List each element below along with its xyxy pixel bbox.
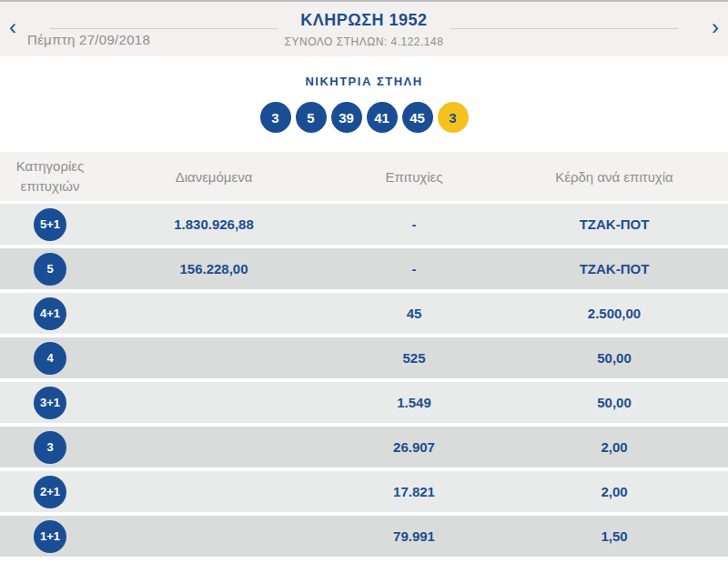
draw-header: ‹ Πέμπτη 27/09/2018 ΚΛΗΡΩΣΗ 1952 ΣΥΝΟΛΟ … bbox=[0, 0, 728, 56]
winning-number-ball: 39 bbox=[331, 102, 362, 133]
winners-cell: - bbox=[328, 261, 500, 276]
header-prize-per-winner: Κέρδη ανά επιτυχία bbox=[500, 169, 728, 185]
prize-cell: 2.500,00 bbox=[500, 306, 728, 321]
distributed-cell: 156.228,00 bbox=[100, 261, 328, 276]
category-badge: 1+1 bbox=[34, 520, 66, 553]
table-row: 2+1 17.821 2,00 bbox=[0, 471, 728, 512]
winning-number-ball: 5 bbox=[296, 102, 327, 133]
prize-cell: 2,00 bbox=[500, 439, 728, 455]
table-row: 3+1 1.549 50,00 bbox=[0, 382, 728, 423]
prize-cell: 50,00 bbox=[500, 395, 728, 410]
winning-number-ball: 41 bbox=[367, 102, 398, 133]
total-columns-label: ΣΥΝΟΛΟ ΣΤΗΛΩΝ: 4.122.148 bbox=[0, 35, 728, 48]
winners-cell: 26.907 bbox=[328, 439, 500, 455]
category-badge: 5 bbox=[34, 253, 66, 286]
header-winners: Επιτυχίες bbox=[328, 169, 500, 185]
header-divider-right bbox=[450, 28, 678, 29]
winners-cell: 525 bbox=[328, 350, 500, 366]
winners-cell: 1.549 bbox=[328, 395, 500, 410]
prize-cell: ΤΖΑΚ-ΠΟΤ bbox=[500, 261, 728, 276]
draw-title: ΚΛΗΡΩΣΗ 1952 bbox=[0, 11, 728, 30]
table-row: 5+1 1.830.926,88 - ΤΖΑΚ-ΠΟΤ bbox=[0, 204, 728, 245]
winning-column-label: ΝΙΚΗΤΡΙΑ ΣΤΗΛΗ bbox=[0, 75, 728, 88]
winning-numbers: 3 5 39 41 45 3 bbox=[0, 102, 728, 133]
table-row: 4+1 45 2.500,00 bbox=[0, 293, 728, 334]
prize-table-header: Κατηγορίες επιτυχιών Διανεμόμενα Επιτυχί… bbox=[0, 152, 728, 201]
category-badge: 3 bbox=[34, 431, 66, 464]
joker-number-ball: 3 bbox=[438, 102, 469, 133]
category-badge: 5+1 bbox=[34, 208, 66, 241]
winning-number-ball: 45 bbox=[402, 102, 433, 133]
winners-cell: 79.991 bbox=[328, 528, 500, 544]
distributed-cell: 1.830.926,88 bbox=[100, 216, 328, 232]
prize-cell: ΤΖΑΚ-ΠΟΤ bbox=[500, 216, 728, 232]
table-row: 5 156.228,00 - ΤΖΑΚ-ΠΟΤ bbox=[0, 248, 728, 289]
category-badge: 3+1 bbox=[34, 387, 66, 419]
category-badge: 4 bbox=[34, 342, 66, 375]
prize-cell: 2,00 bbox=[500, 484, 728, 499]
prize-cell: 1,50 bbox=[500, 528, 728, 544]
table-row: 4 525 50,00 bbox=[0, 337, 728, 378]
prize-table-body: 5+1 1.830.926,88 - ΤΖΑΚ-ΠΟΤ 5 156.228,00… bbox=[0, 204, 728, 557]
winners-cell: 17.821 bbox=[328, 484, 500, 499]
header-distributed: Διανεμόμενα bbox=[100, 169, 328, 185]
winners-cell: 45 bbox=[328, 306, 500, 321]
table-row: 1+1 79.991 1,50 bbox=[0, 516, 728, 557]
winning-column-section: ΝΙΚΗΤΡΙΑ ΣΤΗΛΗ 3 5 39 41 45 3 bbox=[0, 56, 728, 152]
winners-cell: - bbox=[328, 216, 500, 232]
next-draw-arrow-icon[interactable]: › bbox=[712, 16, 719, 38]
header-category-line2: επιτυχιών bbox=[21, 176, 80, 196]
table-row: 3 26.907 2,00 bbox=[0, 427, 728, 467]
header-category-line1: Κατηγορίες bbox=[16, 156, 84, 176]
category-badge: 2+1 bbox=[34, 476, 66, 508]
prize-cell: 50,00 bbox=[500, 350, 728, 366]
header-category: Κατηγορίες επιτυχιών bbox=[0, 156, 100, 196]
winning-number-ball: 3 bbox=[260, 102, 291, 133]
draw-title-block: ΚΛΗΡΩΣΗ 1952 ΣΥΝΟΛΟ ΣΤΗΛΩΝ: 4.122.148 bbox=[0, 11, 728, 48]
category-badge: 4+1 bbox=[34, 297, 66, 330]
prize-table: Κατηγορίες επιτυχιών Διανεμόμενα Επιτυχί… bbox=[0, 152, 728, 557]
